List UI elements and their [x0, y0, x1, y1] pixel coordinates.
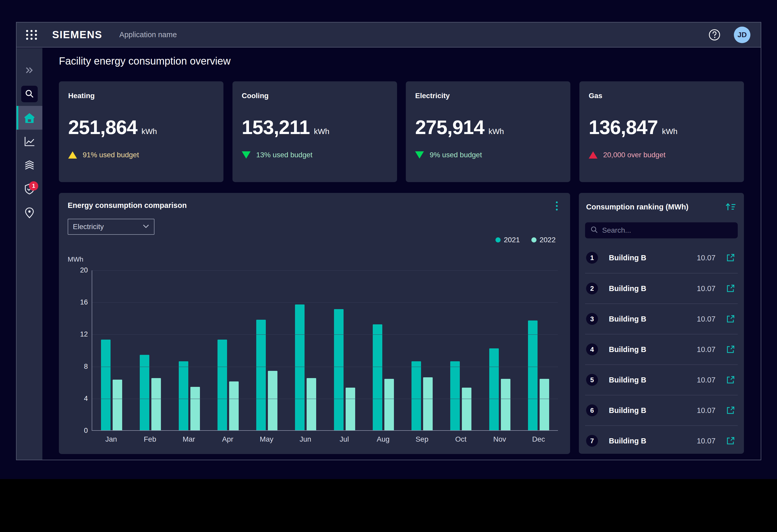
ranking-row[interactable]: 4 Building B 10.07 [585, 334, 738, 364]
ranking-row[interactable]: 2 Building B 10.07 [585, 273, 738, 303]
x-tick-label: Nov [480, 435, 519, 443]
ranking-row[interactable]: 1 Building B 10.07 [585, 243, 738, 273]
bar-2021-sep [412, 361, 421, 430]
kpi-card-heating: Heating 251,864 kWh 91% used budget [59, 81, 223, 182]
x-tick-label: Sep [403, 435, 441, 443]
application-name: Application name [119, 30, 177, 39]
chart-legend: 2021 2022 [495, 236, 556, 244]
kpi-label: Cooling [242, 92, 388, 100]
external-link-icon[interactable] [725, 344, 736, 355]
rank-badge: 5 [586, 374, 598, 386]
bar-group-mar [170, 270, 209, 430]
bar-2022-jan [113, 380, 122, 430]
ranking-row[interactable]: 6 Building B 10.07 [585, 395, 738, 425]
x-tick-label: Mar [170, 435, 208, 443]
ranking-row[interactable]: 7 Building B 10.07 [585, 425, 738, 456]
legend-dot-2021 [495, 237, 501, 243]
consumption-value: 10.07 [697, 345, 715, 354]
top-bar: SIEMENS Application name JD [16, 22, 761, 47]
desktop-backdrop: SIEMENS Application name JD [0, 0, 777, 479]
home-icon [24, 113, 35, 123]
bar-2021-aug [373, 324, 382, 430]
trend-chart-icon [24, 136, 35, 147]
external-link-icon[interactable] [725, 374, 736, 386]
trend-up-icon [68, 151, 77, 159]
avatar[interactable]: JD [734, 27, 750, 43]
sidebar-item-analytics[interactable] [16, 130, 42, 153]
trend-down-icon [242, 151, 250, 159]
bar-2022-sep [423, 377, 433, 430]
consumption-value: 10.07 [697, 284, 715, 293]
rank-badge: 1 [586, 252, 598, 264]
gridline [92, 367, 558, 367]
consumption-value: 10.07 [697, 376, 715, 384]
kpi-value: 251,864 [68, 116, 137, 138]
legend-dot-2022 [531, 237, 537, 243]
y-tick-label: 16 [60, 298, 88, 306]
ranking-title: Consumption ranking (MWh) [586, 203, 724, 211]
trend-up-icon [589, 151, 597, 159]
x-tick-label: Apr [208, 435, 247, 443]
bar-2021-oct [450, 361, 460, 430]
x-tick-label: Oct [441, 435, 480, 443]
chart-title: Energy consumption comparison [68, 201, 187, 210]
sort-ascending-icon[interactable] [724, 201, 737, 213]
external-link-icon[interactable] [725, 283, 736, 294]
rank-badge: 3 [586, 313, 598, 325]
x-tick-label: May [247, 435, 286, 443]
bar-groups [92, 270, 558, 430]
external-link-icon[interactable] [725, 252, 736, 263]
search-input[interactable] [602, 226, 733, 235]
sidebar-item-locations[interactable] [16, 201, 42, 225]
kpi-value: 153,211 [242, 116, 310, 138]
kpi-unit: kWh [141, 127, 157, 136]
bar-2021-feb [140, 355, 149, 430]
gridline [92, 302, 558, 303]
bar-group-dec [519, 270, 558, 430]
main-content: Facility energy consumption overview Hea… [42, 48, 761, 460]
help-icon[interactable] [708, 29, 720, 41]
sidebar-expand-button[interactable] [16, 58, 42, 82]
ranking-row[interactable]: 5 Building B 10.07 [585, 364, 738, 395]
external-link-icon[interactable] [725, 313, 736, 324]
energy-type-dropdown[interactable]: Electricity [68, 219, 154, 235]
sidebar-item-search[interactable] [16, 82, 42, 106]
location-pin-icon [24, 207, 34, 219]
rank-badge: 2 [586, 282, 598, 294]
y-tick-label: 12 [60, 330, 88, 338]
app-window: SIEMENS Application name JD [16, 22, 761, 460]
sidebar-item-compliance[interactable]: 1 [16, 177, 42, 201]
bar-2021-mar [179, 361, 188, 430]
bar-2022-apr [229, 381, 239, 430]
kpi-delta-text: 9% used budget [430, 151, 482, 159]
ranking-row[interactable]: 3 Building B 10.07 [585, 303, 738, 334]
bar-group-jan [92, 270, 131, 430]
consumption-value: 10.07 [697, 406, 715, 415]
sidebar-item-home[interactable] [16, 106, 42, 130]
legend-item-2022[interactable]: 2022 [531, 236, 556, 244]
y-axis-title: MWh [68, 255, 84, 263]
bar-group-jul [325, 270, 364, 430]
y-tick-label: 4 [60, 395, 88, 403]
bar-2022-feb [151, 378, 161, 430]
kpi-value: 136,847 [589, 116, 658, 138]
sidebar-item-layers[interactable] [16, 153, 42, 177]
y-tick-label: 0 [60, 427, 88, 435]
siemens-logo: SIEMENS [52, 29, 102, 40]
building-name: Building B [609, 437, 697, 445]
y-tick-label: 8 [60, 363, 88, 371]
legend-item-2021[interactable]: 2021 [495, 236, 520, 244]
external-link-icon[interactable] [725, 405, 736, 416]
page-title: Facility energy consumption overview [59, 55, 231, 67]
x-tick-label: Jan [92, 435, 130, 443]
building-name: Building B [609, 376, 697, 384]
kebab-menu-icon[interactable] [551, 198, 562, 213]
ranking-card: Consumption ranking (MWh) [579, 193, 744, 454]
app-launcher-icon[interactable] [26, 29, 37, 40]
external-link-icon[interactable] [725, 435, 736, 446]
y-tick-label: 20 [60, 266, 88, 274]
bar-2022-oct [462, 388, 471, 430]
rank-badge: 7 [586, 435, 598, 447]
kpi-unit: kWh [662, 127, 678, 136]
bar-2022-mar [190, 387, 200, 430]
